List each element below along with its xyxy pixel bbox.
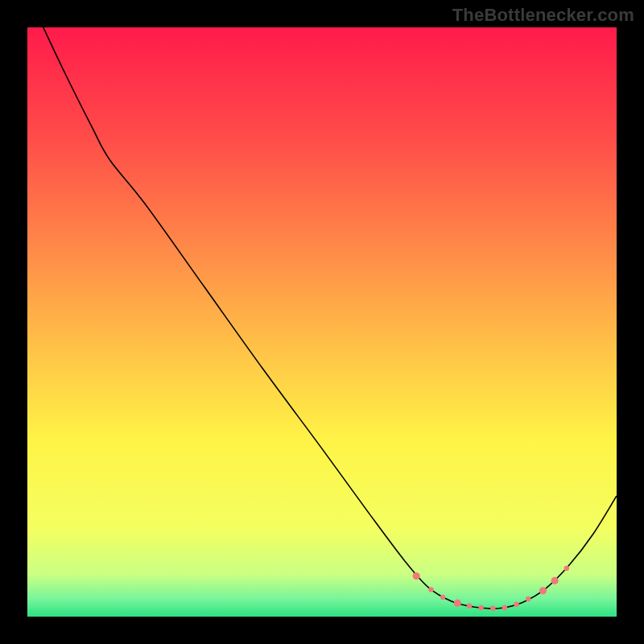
- marker-dot: [478, 605, 483, 610]
- chart-frame: TheBottlenecker.com: [0, 0, 644, 644]
- plot-svg: [27, 27, 617, 617]
- watermark-text: TheBottlenecker.com: [452, 5, 634, 26]
- marker-dot: [564, 566, 569, 571]
- gradient-background: [27, 27, 617, 617]
- marker-dot: [514, 601, 518, 606]
- marker-dot: [413, 572, 420, 580]
- marker-dot: [428, 587, 433, 592]
- marker-dot: [467, 604, 472, 609]
- marker-dot: [539, 587, 547, 594]
- marker-dot: [526, 597, 530, 601]
- marker-dot: [490, 606, 495, 611]
- marker-dot: [502, 605, 507, 610]
- marker-dot: [551, 577, 559, 584]
- marker-dot: [440, 595, 445, 600]
- plot-area: [27, 27, 617, 617]
- marker-dot: [454, 600, 461, 607]
